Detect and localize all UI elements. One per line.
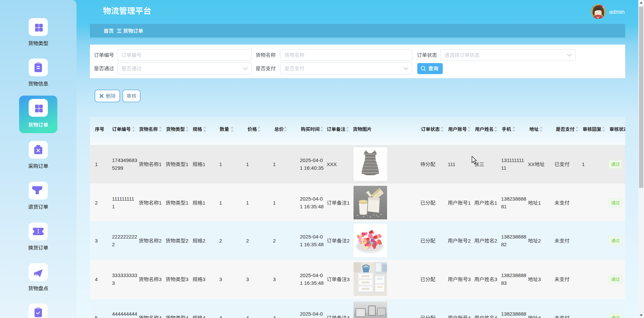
- svg-text:1: 1: [186, 200, 189, 206]
- svg-text:1: 1: [347, 200, 350, 206]
- svg-text:3: 3: [273, 276, 276, 282]
- svg-text:3: 3: [219, 276, 222, 282]
- svg-text:1: 1: [468, 200, 471, 206]
- svg-text:1: 1: [246, 161, 249, 167]
- svg-text:1: 1: [203, 161, 205, 167]
- svg-text:4: 4: [219, 315, 222, 318]
- svg-text:111: 111: [448, 161, 455, 167]
- svg-text:11: 11: [501, 165, 506, 171]
- svg-text:1: 1: [538, 200, 541, 206]
- svg-text:3: 3: [203, 276, 205, 282]
- svg-text:4: 4: [246, 315, 249, 318]
- svg-text:1 16:35:48: 1 16:35:48: [300, 280, 324, 286]
- svg-text:2025-04-0: 2025-04-0: [300, 196, 323, 202]
- svg-text:82: 82: [501, 242, 507, 247]
- svg-text:4: 4: [347, 315, 350, 318]
- svg-text:2025-04-0: 2025-04-0: [300, 311, 323, 317]
- svg-text:3: 3: [159, 276, 162, 282]
- svg-text:83: 83: [501, 280, 507, 286]
- svg-text:333333333: 333333333: [112, 272, 137, 278]
- svg-text:2: 2: [246, 238, 249, 244]
- svg-text:3: 3: [246, 276, 249, 282]
- svg-text:2: 2: [538, 238, 541, 244]
- svg-text:2: 2: [219, 238, 222, 244]
- svg-text:1: 1: [494, 200, 497, 206]
- svg-text:138238888: 138238888: [501, 272, 526, 278]
- svg-text:138238888: 138238888: [501, 234, 526, 240]
- svg-text:2: 2: [273, 238, 276, 244]
- svg-text:4: 4: [159, 315, 162, 318]
- svg-text:1: 1: [186, 161, 189, 167]
- svg-text:1: 1: [273, 200, 276, 206]
- svg-text:5: 5: [95, 315, 98, 318]
- svg-text:XXX: XXX: [327, 161, 337, 167]
- svg-text:1: 1: [219, 161, 222, 167]
- svg-text:1: 1: [219, 200, 222, 206]
- svg-text:4: 4: [494, 315, 497, 318]
- svg-text:111111111: 111111111: [112, 196, 134, 202]
- svg-text:174349683: 174349683: [112, 157, 137, 163]
- svg-text:1 16:40:35: 1 16:40:35: [300, 165, 324, 171]
- svg-text:4: 4: [203, 315, 205, 318]
- svg-text:4: 4: [273, 315, 276, 318]
- svg-text:222222222: 222222222: [112, 234, 137, 240]
- svg-text:XX: XX: [528, 161, 535, 167]
- svg-text:3: 3: [468, 276, 471, 282]
- svg-text:81: 81: [501, 204, 507, 209]
- svg-text:1: 1: [159, 200, 162, 206]
- svg-text:3: 3: [95, 238, 98, 244]
- svg-text:4: 4: [468, 315, 471, 318]
- svg-text:2: 2: [186, 238, 189, 244]
- svg-text:138238888: 138238888: [501, 311, 526, 317]
- svg-text:2: 2: [159, 238, 162, 244]
- svg-text:5299: 5299: [112, 165, 123, 171]
- svg-text:138238888: 138238888: [501, 196, 526, 202]
- svg-text:3: 3: [538, 276, 541, 282]
- svg-text:1: 1: [582, 161, 585, 167]
- svg-text:1: 1: [112, 204, 115, 209]
- svg-text:3: 3: [186, 276, 189, 282]
- svg-text:2: 2: [203, 238, 205, 244]
- svg-text:4: 4: [95, 276, 98, 282]
- svg-text:3: 3: [347, 276, 350, 282]
- svg-text:1: 1: [246, 200, 249, 206]
- svg-text:2: 2: [95, 200, 98, 206]
- svg-text:1 16:35:48: 1 16:35:48: [300, 204, 324, 209]
- svg-text:2: 2: [112, 242, 115, 247]
- svg-text:2: 2: [347, 238, 350, 244]
- svg-text:1: 1: [95, 161, 98, 167]
- svg-text:1: 1: [159, 161, 162, 167]
- svg-text:4: 4: [186, 315, 189, 318]
- svg-text:131111111: 131111111: [501, 157, 524, 163]
- svg-text:3: 3: [112, 280, 115, 286]
- svg-text:1: 1: [203, 200, 205, 206]
- svg-text:2: 2: [494, 238, 497, 244]
- svg-text:444444444: 444444444: [112, 311, 137, 317]
- svg-text:1 16:35:48: 1 16:35:48: [300, 242, 324, 247]
- svg-text:2025-04-0: 2025-04-0: [300, 272, 323, 278]
- svg-text:2025-04-0: 2025-04-0: [300, 157, 323, 163]
- svg-text:2: 2: [468, 238, 471, 244]
- svg-text:admin: admin: [609, 9, 625, 15]
- svg-text:1: 1: [273, 161, 276, 167]
- svg-text:2025-04-0: 2025-04-0: [300, 234, 323, 240]
- svg-text:4: 4: [538, 315, 541, 318]
- svg-text:3: 3: [494, 276, 497, 282]
